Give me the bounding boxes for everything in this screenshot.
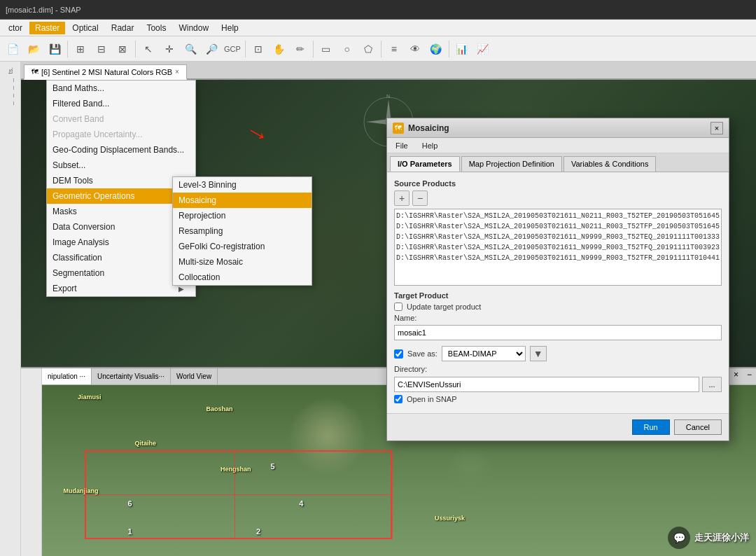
menu-geocoding[interactable]: Geo-Coding Displacement Bands... (47, 142, 195, 158)
menu-item-optical[interactable]: Optical (66, 22, 104, 34)
toolbar-btn-open[interactable]: 📂 (24, 39, 43, 59)
menu-filtered-band[interactable]: Filtered Band... (47, 96, 195, 111)
save-as-row: Save as: BEAM-DIMAP GeoTIFF NetCDF ▼ (394, 346, 722, 361)
submenu-resampling[interactable]: Resampling (173, 223, 312, 239)
toolbar: 📄 📂 💾 ⊞ ⊟ ⊠ ↖ ✛ 🔍 🔎 GCP ⊡ ✋ ✏ ▭ ○ ⬠ ≡ 👁 … (0, 36, 756, 62)
map-label-jiamusi: Jiamusi (78, 394, 102, 401)
toolbar-btn-new[interactable]: 📄 (3, 39, 22, 59)
open-in-snap-checkbox[interactable] (394, 395, 402, 403)
toolbar-btn-spectrum[interactable]: 📈 (473, 39, 493, 59)
product-list-item-1[interactable]: D:\IGSHRR\Raster\S2A_MSIL2A_20190503T021… (396, 221, 720, 232)
dialog-tab-projection-label: Map Projection Definition (469, 160, 554, 168)
toolbar-btn-hand[interactable]: ✋ (270, 39, 289, 59)
panel-tab-uncertainty-label: Uncertainty Visualis··· (97, 373, 164, 380)
menu-item-window[interactable]: Window (173, 22, 214, 34)
toolbar-btn-layers[interactable]: ≡ (384, 39, 404, 59)
dialog-tab-io[interactable]: I/O Parameters (390, 156, 460, 172)
submenu-gefolki-label: GeFolki Co-registration (178, 242, 265, 251)
menu-bar: ctor Raster Optical Radar Tools Window H… (0, 20, 756, 36)
menu-dem-tools-label: DEM Tools (52, 176, 93, 186)
dialog-menu-file[interactable]: File (390, 140, 414, 151)
menu-item-tools[interactable]: Tools (141, 22, 172, 34)
panel-tab-uncertainty[interactable]: Uncertainty Visualis··· (92, 368, 171, 384)
submenu-reprojection[interactable]: Reprojection (173, 208, 312, 223)
submenu-mosaicing[interactable]: Mosaicing (173, 193, 312, 208)
dialog-tab-projection[interactable]: Map Projection Definition (461, 156, 562, 172)
menu-convert-band-label: Convert Band (52, 114, 104, 124)
toolbar-btn-cross[interactable]: ✛ (160, 39, 179, 59)
toolbar-btn-grid2[interactable]: ⊟ (92, 39, 111, 59)
open-in-snap-row: Open in SNAP (394, 395, 722, 403)
toolbar-btn-rect[interactable]: ▭ (316, 39, 336, 59)
browse-btn[interactable]: ... (702, 377, 722, 392)
menu-image-analysis-label: Image Analysis (52, 237, 109, 247)
menu-band-maths[interactable]: Band Maths... (47, 81, 195, 96)
menu-geocoding-label: Geo-Coding Displacement Bands... (52, 145, 184, 155)
cancel-btn[interactable]: Cancel (674, 419, 722, 435)
update-checkbox-row: Update target product (394, 303, 722, 311)
dialog-tabs: I/O Parameters Map Projection Definition… (387, 153, 729, 172)
panel-tab-manipulation[interactable]: nipulation ··· (42, 368, 92, 384)
toolbar-btn-chart[interactable]: 📊 (452, 39, 472, 59)
svg-marker-3 (366, 119, 388, 125)
toolbar-btn-eye[interactable]: 👁 (405, 39, 425, 59)
save-as-dropdown-arrow[interactable]: ▼ (530, 346, 547, 361)
panel-tab-worldview[interactable]: World View (171, 368, 218, 384)
toolbar-btn-draw[interactable]: ✏ (290, 39, 310, 59)
submenu-level3[interactable]: Level-3 Binning (173, 177, 312, 193)
svg-text:N: N (386, 94, 390, 99)
add-product-btn[interactable]: + (394, 190, 410, 206)
toolbar-btn-save[interactable]: 💾 (45, 39, 64, 59)
panel-minimize-btn[interactable]: − (743, 368, 756, 384)
toolbar-btn-select[interactable]: ⊡ (248, 39, 268, 59)
dialog-menu-help[interactable]: Help (416, 140, 444, 151)
map-label-ussuriysk: Ussuriysk (435, 515, 465, 522)
save-as-checkbox[interactable] (394, 349, 403, 359)
menu-item-help[interactable]: Help (216, 22, 244, 34)
product-list-item-3[interactable]: D:\IGSHRR\Raster\S2A_MSIL2A_20190503T021… (396, 242, 720, 253)
tab-close-btn[interactable]: × (175, 68, 179, 76)
map-label-qitaihe: Qitaihe (135, 440, 157, 447)
toolbar-btn-world[interactable]: 🌍 (426, 39, 446, 59)
toolbar-btn-arrow[interactable]: ↖ (139, 39, 158, 59)
run-btn-label: Run (644, 423, 658, 431)
open-in-snap-label: Open in SNAP (407, 395, 457, 403)
map-grid-h1 (85, 494, 392, 495)
source-products-label: Source Products (394, 179, 722, 188)
geometric-submenu: Level-3 Binning Mosaicing Reprojection R… (172, 176, 312, 286)
update-checkbox[interactable] (394, 303, 402, 311)
menu-item-radar[interactable]: Radar (106, 22, 140, 34)
product-list-item-4[interactable]: D:\IGSHRR\Raster\S2A_MSIL2A_20190503T021… (396, 253, 720, 263)
toolbar-btn-grid3[interactable]: ⊠ (113, 39, 132, 59)
export-arrow: ▶ (178, 285, 184, 293)
image-tab[interactable]: 🗺 [6] Sentinel 2 MSI Natural Colors RGB … (24, 64, 187, 80)
menu-item-raster[interactable]: Raster (29, 22, 65, 34)
panel-close-btn[interactable]: × (729, 368, 743, 384)
directory-input[interactable] (394, 377, 699, 392)
gcp-label: GCP (223, 45, 242, 53)
product-list-item-2[interactable]: D:\IGSHRR\Raster\S2A_MSIL2A_20190503T021… (396, 232, 720, 242)
cancel-btn-label: Cancel (686, 423, 710, 431)
submenu-resampling-label: Resampling (178, 226, 223, 236)
menu-subset[interactable]: Subset... (47, 158, 195, 173)
toolbar-btn-ellipse[interactable]: ○ (337, 39, 357, 59)
run-btn[interactable]: Run (632, 419, 670, 435)
toolbar-btn-zoom2[interactable]: 🔎 (202, 39, 221, 59)
remove-product-btn[interactable]: − (412, 190, 428, 206)
menu-item-ctor[interactable]: ctor (3, 22, 28, 34)
save-as-select[interactable]: BEAM-DIMAP GeoTIFF NetCDF (442, 346, 526, 361)
product-list-item-0[interactable]: D:\IGSHRR\Raster\S2A_MSIL2A_20190503T021… (396, 211, 720, 221)
submenu-collocation[interactable]: Collocation (173, 270, 312, 285)
toolbar-btn-grid[interactable]: ⊞ (71, 39, 90, 59)
panel-tab-worldview-label: World View (176, 373, 211, 380)
toolbar-btn-poly[interactable]: ⬠ (358, 39, 378, 59)
dialog-tab-variables[interactable]: Variables & Conditions (564, 156, 656, 172)
dialog-tab-io-label: I/O Parameters (398, 160, 452, 168)
sidebar-label-num4: _ (7, 102, 14, 105)
submenu-multisize[interactable]: Multi-size Mosaic (173, 254, 312, 270)
toolbar-sep-5 (381, 41, 382, 57)
submenu-gefolki[interactable]: GeFolki Co-registration (173, 239, 312, 254)
dialog-close-button[interactable]: × (710, 122, 723, 134)
toolbar-btn-zoom[interactable]: 🔍 (181, 39, 200, 59)
name-input[interactable] (394, 325, 722, 340)
